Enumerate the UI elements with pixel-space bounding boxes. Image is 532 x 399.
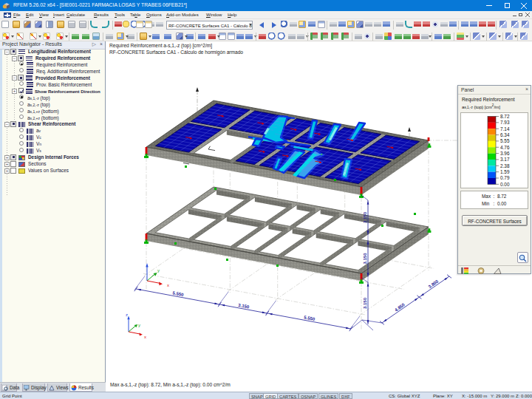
svg-text:x: x	[167, 283, 169, 287]
svg-text:y: y	[138, 323, 140, 327]
svg-text:2.38: 2.38	[500, 163, 510, 168]
svg-text:z: z	[126, 313, 128, 317]
svg-text:1.59: 1.59	[500, 169, 510, 174]
svg-text:x: x	[144, 335, 146, 339]
svg-text:7.14: 7.14	[500, 126, 510, 132]
svg-text:3.150: 3.150	[363, 297, 367, 309]
svg-text:3.17: 3.17	[500, 157, 510, 162]
svg-text:0.00: 0.00	[500, 182, 510, 187]
svg-text:3.150: 3.150	[363, 211, 367, 223]
svg-text:y: y	[157, 268, 160, 273]
svg-text:0.79: 0.79	[500, 175, 510, 180]
svg-text:7.93: 7.93	[500, 120, 510, 125]
svg-text:3.96: 3.96	[500, 151, 510, 156]
svg-text:4.76: 4.76	[500, 145, 510, 150]
svg-text:8.72: 8.72	[500, 114, 510, 119]
svg-text:6.34: 6.34	[500, 132, 510, 137]
svg-text:3.150: 3.150	[363, 253, 367, 265]
svg-text:5.55: 5.55	[500, 138, 510, 143]
